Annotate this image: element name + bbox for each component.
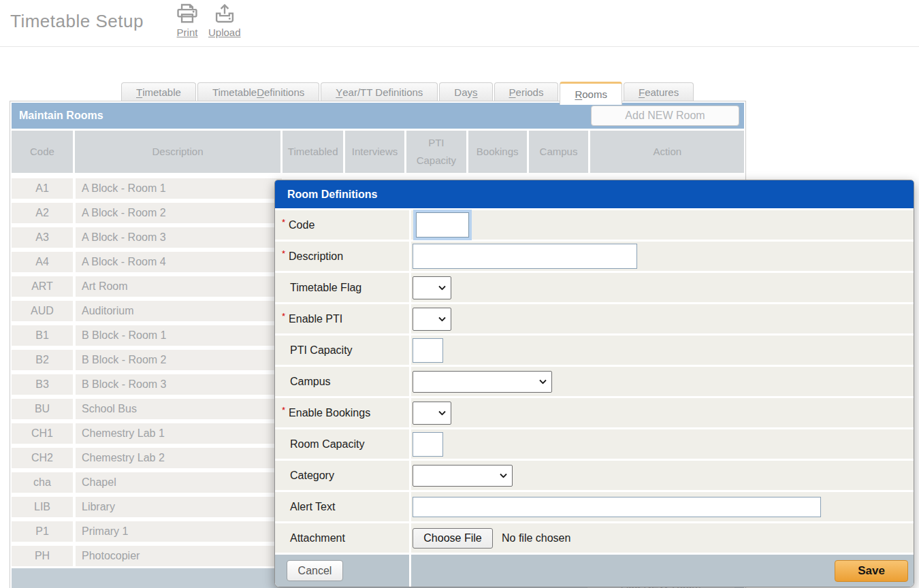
room-description-cell: A Block - Room 4 bbox=[76, 252, 282, 272]
room-description-cell: Library bbox=[76, 497, 282, 517]
print-button[interactable]: Print bbox=[174, 3, 200, 38]
room-code-cell: B2 bbox=[12, 350, 73, 370]
room-code-cell: PH bbox=[12, 546, 73, 566]
upload-icon bbox=[212, 3, 238, 27]
printer-icon bbox=[174, 3, 200, 27]
column-header-timetabled: Timetabled bbox=[283, 131, 343, 173]
timetable-flag-select[interactable] bbox=[413, 276, 451, 299]
column-header-interviews: Interviews bbox=[345, 131, 404, 173]
form-row-campus: Campus bbox=[275, 367, 914, 396]
room-description-cell: B Block - Room 1 bbox=[76, 325, 282, 346]
choose-file-button[interactable]: Choose File bbox=[413, 528, 493, 549]
pti-capacity-input[interactable] bbox=[413, 338, 443, 363]
required-asterisk: * bbox=[282, 248, 285, 259]
field-area-code bbox=[411, 210, 914, 240]
form-row-attachment: AttachmentChoose FileNo file chosen bbox=[275, 523, 914, 553]
page-title: Timetable Setup bbox=[10, 11, 144, 32]
field-area-campus bbox=[411, 367, 914, 396]
form-row-enable-bookings: *Enable Bookings bbox=[275, 398, 914, 427]
form-row-enable-pti: *Enable PTI bbox=[275, 304, 914, 333]
column-header-action: Action bbox=[590, 131, 744, 173]
room-description-cell: A Block - Room 1 bbox=[76, 178, 282, 199]
page-header: Timetable Setup Print Upload bbox=[0, 0, 919, 47]
field-area-timetable-flag bbox=[411, 273, 914, 302]
field-area-enable-pti bbox=[411, 304, 914, 333]
room-description-cell: Photocopier bbox=[76, 546, 282, 566]
room-description-cell: B Block - Room 3 bbox=[76, 374, 282, 395]
field-label-room-capacity: Room Capacity bbox=[275, 429, 409, 459]
field-area-category bbox=[411, 461, 914, 490]
form-row-category: Category bbox=[275, 461, 914, 490]
room-description-cell: A Block - Room 2 bbox=[76, 203, 282, 223]
column-header-pti-capacity: PTI Capacity bbox=[406, 131, 466, 173]
description-input[interactable] bbox=[413, 244, 637, 269]
room-code-cell: CH2 bbox=[12, 448, 73, 468]
room-code-cell: LIB bbox=[12, 497, 73, 517]
room-code-cell: AUD bbox=[12, 301, 73, 321]
field-area-attachment: Choose FileNo file chosen bbox=[411, 523, 914, 553]
save-button[interactable]: Save bbox=[835, 560, 908, 582]
category-select[interactable] bbox=[413, 465, 513, 487]
modal-footer: Cancel Save bbox=[275, 555, 914, 587]
toolbar: Print Upload bbox=[174, 3, 241, 38]
field-label-enable-pti: *Enable PTI bbox=[275, 304, 409, 333]
tab-days[interactable]: Days bbox=[439, 82, 492, 101]
chevron-down-icon bbox=[438, 285, 446, 290]
field-label-attachment: Attachment bbox=[275, 523, 409, 553]
field-label-alert-text: Alert Text bbox=[275, 492, 409, 521]
code-input[interactable] bbox=[416, 212, 469, 238]
room-code-cell: ART bbox=[12, 276, 73, 297]
room-code-cell: CH1 bbox=[12, 423, 73, 444]
chevron-down-icon bbox=[500, 473, 507, 478]
column-header-campus: Campus bbox=[529, 131, 589, 173]
room-capacity-input[interactable] bbox=[413, 432, 443, 457]
required-asterisk: * bbox=[282, 217, 285, 227]
form-row-timetable-flag: Timetable Flag bbox=[275, 273, 914, 302]
room-description-cell: Auditorium bbox=[76, 301, 282, 321]
column-header-description: Description bbox=[75, 131, 280, 173]
file-status-text: No file chosen bbox=[502, 532, 570, 544]
campus-select[interactable] bbox=[413, 371, 552, 393]
modal-footer-right: Save bbox=[411, 555, 914, 587]
tab-periods[interactable]: Periods bbox=[494, 82, 559, 101]
modal-header: Room Definitions bbox=[275, 180, 914, 208]
room-code-cell: BU bbox=[12, 399, 73, 419]
chevron-down-icon bbox=[539, 379, 547, 384]
field-area-pti-capacity bbox=[411, 336, 914, 365]
tab-timetable[interactable]: Timetable bbox=[121, 82, 196, 101]
field-area-description bbox=[411, 242, 914, 271]
enable-bookings-select[interactable] bbox=[413, 402, 451, 425]
room-code-cell: A2 bbox=[12, 203, 73, 223]
room-description-cell: Primary 1 bbox=[76, 521, 282, 542]
form-row-code: *Code bbox=[275, 210, 914, 240]
column-header-code: Code bbox=[12, 131, 73, 173]
field-area-enable-bookings bbox=[411, 398, 914, 427]
room-description-cell: Art Room bbox=[76, 276, 282, 297]
add-new-room-button[interactable]: Add NEW Room bbox=[591, 105, 739, 126]
required-asterisk: * bbox=[282, 405, 285, 415]
print-label[interactable]: Print bbox=[177, 27, 198, 38]
room-definitions-modal: Room Definitions *Code*DescriptionTimeta… bbox=[274, 180, 914, 587]
tab-features[interactable]: Features bbox=[624, 82, 694, 101]
modal-title: Room Definitions bbox=[287, 189, 377, 201]
upload-button[interactable]: Upload bbox=[208, 3, 241, 38]
field-label-enable-bookings: *Enable Bookings bbox=[275, 398, 409, 427]
tab-rooms[interactable]: Rooms bbox=[560, 82, 622, 105]
tab-timetable-definitions[interactable]: Timetable Definitions bbox=[197, 82, 319, 101]
tab-year-tt-definitions[interactable]: Year/TT Definitions bbox=[321, 82, 438, 101]
form-row-description: *Description bbox=[275, 242, 914, 271]
room-code-cell: A4 bbox=[12, 252, 73, 272]
alert-text-input[interactable] bbox=[413, 497, 821, 517]
field-label-pti-capacity: PTI Capacity bbox=[275, 336, 409, 365]
field-label-campus: Campus bbox=[275, 367, 409, 396]
room-description-cell: Chapel bbox=[76, 472, 282, 493]
room-code-cell: P1 bbox=[12, 521, 73, 542]
room-code-cell: A1 bbox=[12, 178, 73, 199]
enable-pti-select[interactable] bbox=[413, 308, 451, 331]
cancel-button[interactable]: Cancel bbox=[287, 560, 343, 581]
upload-label[interactable]: Upload bbox=[208, 27, 241, 38]
form-row-room-capacity: Room Capacity bbox=[275, 429, 914, 459]
tab-bar: TimetableTimetable DefinitionsYear/TT De… bbox=[121, 81, 695, 101]
room-code-cell: A3 bbox=[12, 227, 73, 248]
modal-footer-left: Cancel bbox=[275, 555, 409, 587]
